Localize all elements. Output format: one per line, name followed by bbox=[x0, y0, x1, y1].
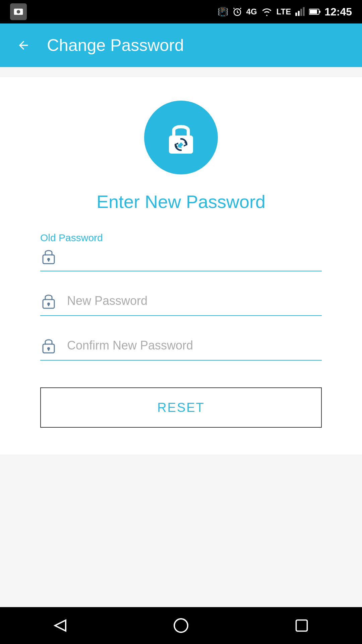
alarm-icon bbox=[232, 7, 242, 17]
nav-home-button[interactable] bbox=[168, 612, 194, 639]
lock-change-icon bbox=[144, 101, 218, 174]
vibrate-icon: 📳 bbox=[218, 7, 228, 17]
new-password-group bbox=[40, 291, 322, 316]
svg-line-6 bbox=[240, 8, 241, 9]
old-password-label: Old Password bbox=[40, 232, 322, 244]
old-password-lock-icon bbox=[40, 247, 57, 265]
old-password-group bbox=[40, 247, 322, 271]
lock-circle-container bbox=[27, 101, 335, 174]
nav-back-button[interactable] bbox=[47, 612, 74, 639]
svg-rect-23 bbox=[48, 348, 49, 351]
svg-rect-17 bbox=[48, 259, 49, 262]
new-password-lock-icon bbox=[40, 291, 57, 310]
svg-rect-10 bbox=[303, 7, 305, 16]
app-bar-title: Change Password bbox=[47, 36, 184, 55]
confirm-password-lock-icon bbox=[40, 336, 57, 355]
battery-icon bbox=[309, 8, 320, 15]
svg-rect-7 bbox=[295, 13, 297, 16]
status-bar-left bbox=[10, 3, 27, 20]
nav-recents-button[interactable] bbox=[288, 612, 315, 639]
lte-icon: LTE bbox=[277, 7, 291, 16]
4g-icon: 4G bbox=[246, 7, 257, 16]
nav-bar bbox=[0, 607, 362, 644]
status-bar: 📳 4G LTE bbox=[0, 0, 362, 23]
svg-rect-9 bbox=[300, 9, 302, 16]
svg-line-5 bbox=[233, 8, 234, 9]
svg-rect-13 bbox=[319, 11, 320, 13]
svg-point-1 bbox=[17, 10, 20, 14]
confirm-password-group bbox=[40, 336, 322, 361]
svg-point-25 bbox=[174, 619, 188, 632]
svg-rect-20 bbox=[48, 304, 49, 306]
page-title: Enter New Password bbox=[27, 191, 335, 212]
wifi-icon bbox=[261, 7, 273, 16]
status-bar-right: 📳 4G LTE bbox=[218, 6, 352, 18]
confirm-password-input[interactable] bbox=[67, 337, 322, 354]
main-content: Enter New Password Old Password bbox=[0, 77, 362, 454]
svg-rect-26 bbox=[296, 620, 307, 631]
svg-rect-8 bbox=[298, 11, 300, 16]
signal-icon bbox=[295, 7, 305, 17]
form-section: Old Password bbox=[27, 232, 335, 428]
reset-button[interactable]: RESET bbox=[40, 387, 322, 428]
svg-marker-24 bbox=[55, 620, 66, 631]
status-time: 12:45 bbox=[324, 6, 352, 18]
app-bar: Change Password bbox=[0, 23, 362, 67]
back-button[interactable] bbox=[13, 35, 34, 55]
photo-icon bbox=[10, 3, 27, 20]
new-password-input[interactable] bbox=[67, 292, 322, 310]
old-password-input[interactable] bbox=[67, 248, 322, 265]
svg-rect-12 bbox=[310, 10, 317, 14]
